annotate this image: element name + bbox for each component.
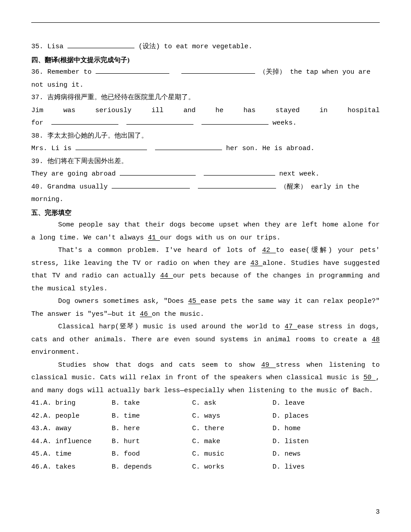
opt41-c: C. ask (192, 397, 273, 410)
q37-en-l2-pre: for (31, 119, 43, 127)
cloze-p2: That's a common problem. I've heard of l… (31, 244, 380, 295)
opt41-b: B. take (112, 397, 192, 410)
opt42-d: D. places (273, 410, 353, 423)
blank-49: 49 (261, 361, 276, 369)
cloze-p5: Studies show that dogs and cats seem to … (31, 359, 380, 398)
q38-en: Mrs. Li is her son. He is abroad. (31, 142, 380, 155)
q37-blank1 (51, 117, 118, 125)
q36-pre: Remember to (47, 68, 96, 76)
opt46-a: A. takes (43, 463, 75, 471)
q38-num: 38. (31, 132, 43, 140)
options-43: 43.A. away B. here C. there D. home (31, 423, 380, 436)
q39-blank1 (120, 168, 196, 176)
q37-blank3 (201, 117, 268, 125)
q37-zh-text: 吉姆病得很严重。他已经待在医院里几个星期了。 (47, 94, 195, 101)
q35-pre: Lisa (47, 43, 67, 50)
opt43-q: 43. (31, 425, 43, 432)
opt44-q: 44. (31, 438, 43, 445)
cloze-p3a: Dog owners sometimes ask, "Does (58, 297, 188, 305)
opt46-c: C. works (192, 461, 273, 474)
cloze-p5a: Studies show that dogs and cats seem to … (58, 361, 261, 369)
blank-42: 42 (262, 247, 276, 254)
q39-en-pre: They are going abroad (31, 170, 120, 178)
q37-blank2 (126, 117, 193, 125)
q38-en-post: her son. He is abroad. (226, 145, 315, 152)
q36-line2: not using it. (31, 79, 380, 92)
blank-47: 47 (285, 323, 298, 331)
q40-line1: 40. Grandma usually （醒来） early in the (31, 181, 380, 194)
blank-45: 45 (188, 297, 201, 305)
cloze-p1b: our dogs with us on our trips. (160, 234, 281, 242)
opt45-q: 45. (31, 450, 43, 458)
opt43-b: B. here (112, 423, 192, 436)
opt41-a: A. bring (43, 399, 75, 407)
cloze-p4c: environment. (31, 348, 80, 356)
blank-43: 43 (250, 260, 262, 267)
opt41-q: 41. (31, 399, 43, 407)
opt42-b: B. time (112, 410, 192, 423)
blank-50: 50 (364, 374, 376, 381)
opt42-c: C. ways (192, 410, 273, 423)
opt44-a: A. influence (43, 438, 92, 445)
q35-num: 35. (31, 43, 43, 50)
q40-post: early in the (311, 183, 359, 191)
options-42: 42.A. people B. time C. ways D. places (31, 410, 380, 423)
opt46-b: B. depends (112, 461, 192, 474)
cloze-p4a: Classical harp(竖琴) music is used around … (58, 323, 285, 331)
q40-line2: morning. (31, 193, 380, 206)
q38-zh: 38. 李太太担心她的儿子。他出国了。 (31, 130, 380, 143)
opt43-d: D. home (273, 423, 353, 436)
page-number: 3 (376, 506, 380, 519)
q40-blank2 (198, 181, 276, 189)
opt43-c: C. there (192, 423, 273, 436)
q36-blank2 (181, 67, 255, 74)
q39-num: 39. (31, 158, 43, 165)
q39-zh: 39. 他们将在下周去国外出差。 (31, 155, 380, 168)
cloze-p1: Some people say that their dogs become u… (31, 219, 380, 244)
opt46-d: D. lives (273, 461, 353, 474)
q36-line1: 36. Remember to （关掉） the tap when you ar… (31, 66, 380, 79)
opt44-d: D. listen (273, 436, 353, 448)
q38-blank1 (75, 143, 147, 150)
opt44-b: B. hurt (112, 436, 192, 448)
opt42-q: 42. (31, 412, 43, 420)
q36-blank1 (96, 67, 169, 74)
q38-blank2 (155, 143, 222, 150)
section5-heading: 五、完形填空 (31, 206, 380, 219)
blank-46: 46 (140, 310, 152, 318)
blank-41: 41 (148, 234, 160, 242)
opt45-b: B. food (112, 448, 192, 461)
options-46: 46.A. takes B. depends C. works D. lives (31, 461, 380, 474)
opt45-d: D. news (273, 448, 353, 461)
q36-num: 36. (31, 68, 43, 76)
opt42-a: A. people (43, 412, 80, 420)
cloze-p2a: That's a common problem. I've heard of l… (58, 247, 262, 254)
blank-44: 44 (160, 272, 173, 280)
q37-en-line2: for weeks. (31, 117, 380, 130)
cloze-p3c: on the music. (152, 310, 204, 318)
q37-en-l2-post: weeks. (273, 119, 297, 127)
q35-blank (67, 41, 134, 48)
opt46-q: 46. (31, 463, 43, 471)
q36-hint: （关掉） (259, 68, 286, 76)
q35-hint: (设法) (138, 43, 160, 50)
q39-en-post: next week. (279, 170, 319, 178)
q39-en: They are going abroad next week. (31, 168, 380, 181)
q38-zh-text: 李太太担心她的儿子。他出国了。 (47, 132, 148, 140)
opt41-d: D. leave (273, 397, 353, 410)
q40-hint: （醒来） (280, 183, 307, 191)
q39-zh-text: 他们将在下周去国外出差。 (47, 158, 128, 165)
q40-num: 40. (31, 183, 43, 191)
q40-blank1 (112, 181, 190, 189)
opt45-a: A. time (43, 450, 71, 458)
options-44: 44.A. influence B. hurt C. make D. liste… (31, 436, 380, 448)
q35-post: to eat more vegetable. (164, 43, 252, 50)
blank-48: 48 (372, 336, 380, 343)
q40-pre: Grandma usually (47, 183, 112, 191)
opt45-c: C. music (192, 448, 273, 461)
opt43-a: A. away (43, 425, 71, 432)
options-41: 41.A. bring B. take C. ask D. leave (31, 397, 380, 410)
top-rule (31, 22, 380, 23)
q39-blank2 (204, 168, 275, 176)
cloze-p4: Classical harp(竖琴) music is used around … (31, 321, 380, 359)
